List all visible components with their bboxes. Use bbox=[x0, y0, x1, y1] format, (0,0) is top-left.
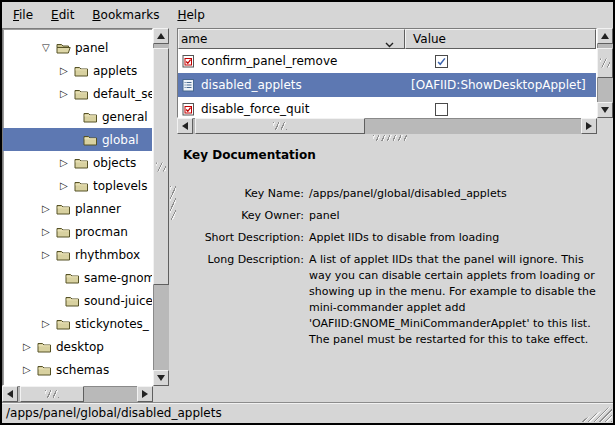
doc-field-row: Key Name:/apps/panel/global/disabled_app… bbox=[183, 186, 605, 202]
horizontal-pane-splitter[interactable] bbox=[177, 134, 613, 142]
tree-horizontal-scrollbar[interactable] bbox=[2, 386, 153, 402]
expander-closed-icon[interactable]: ▷ bbox=[23, 342, 37, 352]
column-header-name[interactable]: ame bbox=[178, 29, 405, 49]
key-name-cell: disabled_applets bbox=[178, 78, 405, 92]
scrollbar-corner bbox=[153, 386, 169, 402]
menu-file[interactable]: File bbox=[4, 5, 42, 25]
tree-item-same-gnome[interactable]: same-gnome bbox=[3, 266, 152, 289]
scrollbar-thumb[interactable] bbox=[195, 118, 365, 134]
thumb-grip-icon bbox=[273, 122, 287, 130]
tree-pane: ▽panel▷applets▷default_segeneralglobal▷o… bbox=[2, 28, 169, 402]
tree-item-panel[interactable]: ▽panel bbox=[3, 36, 152, 59]
key-value-cell bbox=[405, 55, 596, 68]
tree-item-default-se[interactable]: ▷default_se bbox=[3, 82, 152, 105]
table-horizontal-scrollbar[interactable] bbox=[177, 118, 597, 134]
expander-closed-icon[interactable]: ▷ bbox=[23, 365, 37, 375]
doc-field-value: Applet IIDs to disable from loading bbox=[309, 230, 605, 246]
expander-closed-icon[interactable]: ▷ bbox=[60, 66, 74, 76]
tree-item-general[interactable]: general bbox=[3, 105, 152, 128]
tree-item-toplevels[interactable]: ▷toplevels bbox=[3, 174, 152, 197]
doc-field-label: Key Name: bbox=[183, 186, 309, 202]
table-body: confirm_panel_removedisabled_applets[OAF… bbox=[178, 49, 596, 118]
scroll-up-button[interactable] bbox=[153, 28, 169, 44]
folder-icon bbox=[74, 180, 89, 192]
thumb-grip-icon bbox=[600, 59, 610, 68]
tree-item-objects[interactable]: ▷objects bbox=[3, 151, 152, 174]
tree-item-label: general bbox=[102, 110, 148, 124]
folder-icon bbox=[83, 111, 98, 123]
arrow-left-icon bbox=[178, 122, 188, 130]
scrollbar-track[interactable] bbox=[18, 386, 137, 402]
scroll-down-button[interactable] bbox=[153, 370, 169, 386]
folder-open-icon bbox=[56, 42, 71, 54]
expander-closed-icon[interactable]: ▷ bbox=[42, 227, 56, 237]
key-value-cell: [OAFIID:ShowDesktopApplet] bbox=[405, 78, 596, 92]
doc-field-label: Long Description: bbox=[183, 252, 309, 348]
tree-item-applets[interactable]: ▷applets bbox=[3, 59, 152, 82]
key-table: ame Value confirm_panel_removedisabled_a… bbox=[177, 28, 597, 118]
scroll-left-button[interactable] bbox=[177, 118, 193, 134]
scroll-up-button[interactable] bbox=[597, 28, 613, 44]
column-header-value[interactable]: Value bbox=[405, 29, 596, 49]
tree-item-sound-juicer[interactable]: sound-juicer bbox=[3, 289, 152, 312]
table-row-disabled_applets[interactable]: disabled_applets[OAFIID:ShowDesktopApple… bbox=[178, 73, 596, 97]
scrollbar-track[interactable] bbox=[193, 118, 581, 134]
tree-item-planner[interactable]: ▷planner bbox=[3, 197, 152, 220]
scrollbar-track[interactable] bbox=[597, 44, 613, 102]
tree-item-rhythmbox[interactable]: ▷rhythmbox bbox=[3, 243, 152, 266]
scrollbar-thumb[interactable] bbox=[153, 48, 169, 285]
key-name-cell: disable_force_quit bbox=[178, 102, 405, 116]
expander-closed-icon[interactable]: ▷ bbox=[42, 250, 56, 260]
tree-vertical-scrollbar[interactable] bbox=[153, 28, 169, 386]
main-area: ▽panel▷applets▷default_segeneralglobal▷o… bbox=[2, 28, 613, 402]
vertical-pane-splitter[interactable] bbox=[169, 28, 177, 402]
tree-item-global[interactable]: global bbox=[3, 128, 152, 151]
doc-field-row: Long Description:A list of applet IIDs t… bbox=[183, 252, 605, 348]
tree-item-stickynotes-[interactable]: ▷stickynotes_ bbox=[3, 312, 152, 335]
table-row-confirm_panel_remove[interactable]: confirm_panel_remove bbox=[178, 49, 596, 73]
expander-closed-icon[interactable]: ▷ bbox=[60, 89, 74, 99]
window-resize-grip-icon[interactable] bbox=[578, 406, 612, 422]
sort-indicator-icon bbox=[385, 37, 394, 51]
scrollbar-thumb[interactable] bbox=[597, 48, 613, 78]
checkbox-unchecked[interactable] bbox=[435, 103, 448, 116]
folder-icon bbox=[56, 249, 71, 261]
gconf-editor-window: FileEditBookmarksHelp ▽panel▷applets▷def… bbox=[0, 0, 615, 425]
scroll-right-button[interactable] bbox=[137, 386, 153, 402]
key-table-area: ame Value confirm_panel_removedisabled_a… bbox=[177, 28, 613, 134]
menu-bookmarks[interactable]: Bookmarks bbox=[83, 5, 168, 25]
scrollbar-track[interactable] bbox=[153, 44, 169, 370]
scroll-right-button[interactable] bbox=[581, 118, 597, 134]
tree-item-label: schemas bbox=[56, 363, 109, 377]
tree-item-label: sound-juicer bbox=[84, 294, 153, 308]
table-vertical-scrollbar[interactable] bbox=[597, 28, 613, 118]
key-value-cell bbox=[405, 103, 596, 116]
tree-item-procman[interactable]: ▷procman bbox=[3, 220, 152, 243]
doc-field-value: panel bbox=[309, 208, 605, 224]
arrow-up-icon bbox=[601, 29, 609, 39]
splitter-grip-icon bbox=[373, 135, 407, 141]
bool-key-icon bbox=[182, 54, 195, 68]
tree-item-label: desktop bbox=[56, 340, 104, 354]
tree-item-schemas[interactable]: ▷schemas bbox=[3, 358, 152, 381]
config-tree: ▽panel▷applets▷default_segeneralglobal▷o… bbox=[2, 28, 153, 386]
menu-help[interactable]: Help bbox=[168, 5, 213, 25]
menu-edit[interactable]: Edit bbox=[42, 5, 83, 25]
expander-closed-icon[interactable]: ▷ bbox=[42, 319, 56, 329]
table-row-disable_force_quit[interactable]: disable_force_quit bbox=[178, 97, 596, 118]
key-documentation-panel: Key Documentation Key Name:/apps/panel/g… bbox=[177, 142, 613, 402]
expander-open-icon[interactable]: ▽ bbox=[42, 43, 56, 53]
expander-closed-icon[interactable]: ▷ bbox=[60, 158, 74, 168]
doc-field-label: Short Description: bbox=[183, 230, 309, 246]
folder-icon bbox=[65, 295, 80, 307]
checkbox-checked[interactable] bbox=[435, 55, 448, 68]
tree-item-label: stickynotes_ bbox=[75, 317, 149, 331]
scrollbar-thumb[interactable] bbox=[20, 386, 84, 402]
scroll-left-button[interactable] bbox=[2, 386, 18, 402]
arrow-left-icon bbox=[3, 390, 13, 398]
arrow-down-icon bbox=[601, 107, 609, 117]
scroll-down-button[interactable] bbox=[597, 102, 613, 118]
expander-closed-icon[interactable]: ▷ bbox=[60, 181, 74, 191]
expander-closed-icon[interactable]: ▷ bbox=[42, 204, 56, 214]
tree-item-desktop[interactable]: ▷desktop bbox=[3, 335, 152, 358]
